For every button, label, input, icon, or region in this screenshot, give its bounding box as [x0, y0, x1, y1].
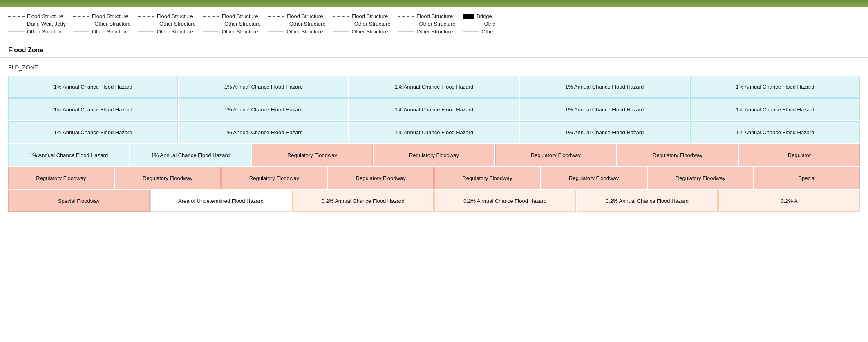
- legend-label: Other Structure: [224, 21, 261, 27]
- solid-gray-line-icon: [271, 24, 287, 24]
- grid-cell[interactable]: Special Floodway: [8, 190, 150, 212]
- grid-cell[interactable]: 0.2% Annual Chance Flood Hazard: [434, 190, 576, 212]
- legend-item-flood-structure-3: Flood Structure: [138, 13, 193, 19]
- grid-cell[interactable]: 1% Annual Chance Flood Hazard: [690, 98, 860, 120]
- grid-cell[interactable]: 1% Annual Chance Flood Hazard: [179, 121, 348, 143]
- grid-cell[interactable]: Regulatory Floodway: [495, 144, 616, 166]
- flood-zone-title: Flood Zone: [8, 47, 43, 53]
- grid-cell[interactable]: Regulatory Floodway: [115, 167, 221, 189]
- grid-cell[interactable]: 1% Annual Chance Flood Hazard: [8, 121, 178, 143]
- legend-label: Other Structure: [94, 21, 131, 27]
- grid-cell[interactable]: 1% Annual Chance Flood Hazard: [179, 98, 348, 120]
- legend-label: Flood Structure: [287, 13, 323, 19]
- legend-item-dam: Dam, Weir, Jetty: [8, 21, 66, 27]
- grid-cell[interactable]: 0.2% Annual Chance Flood Hazard: [577, 190, 718, 212]
- grid-cell[interactable]: Regulatory Floodway: [648, 167, 754, 189]
- legend-label: Other Structure: [157, 29, 193, 35]
- grid-cell[interactable]: Regulatory Floodway: [541, 167, 647, 189]
- grid-cell[interactable]: 1% Annual Chance Flood Hazard: [8, 76, 178, 98]
- legend-label: Bridge: [477, 13, 492, 19]
- legend-item-other-light-1: Other Structure: [8, 29, 63, 35]
- solid-gray-line-icon: [206, 24, 222, 24]
- legend-item-other-light-4: Other Structure: [203, 29, 258, 35]
- grid-cell[interactable]: Regulatory Floodway: [8, 167, 114, 189]
- grid-cell[interactable]: 1% Annual Chance Flood Hazard: [520, 76, 689, 98]
- legend-label: Flood Structure: [92, 13, 128, 19]
- solid-rect-icon: [463, 14, 474, 19]
- solid-gray-line-icon: [76, 24, 92, 24]
- dash-line-icon: [73, 16, 89, 17]
- solid-gray-line-icon: [141, 24, 157, 24]
- legend-label: Flood Structure: [416, 13, 453, 19]
- grid-cell[interactable]: 1% Annual Chance Flood Hazard: [690, 76, 860, 98]
- dash-line-icon: [398, 16, 414, 17]
- legend-item-other-structure-4: Other Structure: [271, 21, 326, 27]
- grid-cell[interactable]: 1% Annual Chance Flood Hazard: [520, 98, 689, 120]
- solid-gray-line-icon: [400, 24, 417, 24]
- top-image-bar: [0, 0, 868, 7]
- flood-zone-header: Flood Zone: [0, 39, 868, 57]
- dash-line-icon: [8, 16, 25, 17]
- grid-cell[interactable]: 1% Annual Chance Flood Hazard: [179, 76, 348, 98]
- legend-item-flood-structure-1: Flood Structure: [8, 13, 63, 19]
- grid-cell[interactable]: 1% Annual Chance Flood Hazard: [8, 144, 129, 166]
- legend-item-other-light-5: Other Structure: [268, 29, 323, 35]
- legend-row-3: Other Structure Other Structure Other St…: [8, 29, 860, 35]
- solid-black-line-icon: [8, 24, 25, 24]
- legend-label: Other Structure: [289, 21, 326, 27]
- grid-cell[interactable]: 1% Annual Chance Flood Hazard: [8, 98, 178, 120]
- grid-cell[interactable]: Special: [754, 167, 860, 189]
- legend-label: Other Structure: [419, 21, 456, 27]
- legend-label: Dam, Weir, Jetty: [27, 21, 66, 27]
- legend-item-other-light-6: Other Structure: [333, 29, 388, 35]
- grid-cell[interactable]: Regulatory Floodway: [617, 144, 738, 166]
- legend-label: Other Structure: [416, 29, 453, 35]
- grid-cell[interactable]: Regulatory Floodway: [328, 167, 434, 189]
- grid-cell[interactable]: 1% Annual Chance Flood Hazard: [690, 121, 860, 143]
- grid-cell[interactable]: Regulatory Floodway: [252, 144, 373, 166]
- legend-item-flood-structure-2: Flood Structure: [73, 13, 128, 19]
- grid-cell[interactable]: Regulatory Floodway: [434, 167, 540, 189]
- grid-row-2: 1% Annual Chance Flood Hazard 1% Annual …: [8, 121, 860, 143]
- grid-cell[interactable]: Regulatory Floodway: [374, 144, 494, 166]
- grid-row-1: 1% Annual Chance Flood Hazard 1% Annual …: [8, 98, 860, 120]
- legend-item-bridge: Bridge: [463, 13, 492, 19]
- fld-zone-label: FLD_ZONE: [8, 64, 860, 71]
- grid-cell[interactable]: Area of Undetermined Flood Hazard: [150, 190, 292, 212]
- grid-cell[interactable]: Regulator: [739, 144, 860, 166]
- dash-line-icon: [138, 16, 154, 17]
- legend-label: Other Structure: [222, 29, 258, 35]
- grid-cell[interactable]: 0.2% A: [718, 190, 860, 212]
- legend-item-flood-structure-6: Flood Structure: [333, 13, 388, 19]
- legend-item-other-structure-3: Other Structure: [206, 21, 261, 27]
- legend-item-other-structure-5: Other Structure: [336, 21, 391, 27]
- grid-cell[interactable]: Regulatory Floodway: [221, 167, 327, 189]
- legend-label: Other Structure: [354, 21, 391, 27]
- grid-cell[interactable]: 1% Annual Chance Flood Hazard: [130, 144, 251, 166]
- solid-gray-line-icon: [336, 24, 352, 24]
- grid-row-0: 1% Annual Chance Flood Hazard 1% Annual …: [8, 76, 860, 98]
- solid-light-line-icon: [333, 31, 349, 32]
- fld-zone-section: FLD_ZONE 1% Annual Chance Flood Hazard 1…: [0, 62, 868, 216]
- solid-light-line-icon: [138, 31, 154, 32]
- legend-item-other-light-7: Other Structure: [398, 29, 453, 35]
- legend-label: Flood Structure: [351, 13, 388, 19]
- grid-cell[interactable]: 0.2% Annual Chance Flood Hazard: [292, 190, 434, 212]
- grid-cell[interactable]: 1% Annual Chance Flood Hazard: [349, 76, 519, 98]
- grid-row-4: Regulatory Floodway Regulatory Floodway …: [8, 167, 860, 189]
- legend-label: Other Structure: [287, 29, 323, 35]
- legend-item-other-structure-6: Other Structure: [400, 21, 456, 27]
- legend-label: Other Structure: [27, 29, 63, 35]
- legend-item-flood-structure-7: Flood Structure: [398, 13, 453, 19]
- solid-light-line-icon: [73, 31, 89, 32]
- legend-item-other-structure-7: Othe: [465, 21, 495, 27]
- grid-cell[interactable]: 1% Annual Chance Flood Hazard: [349, 98, 519, 120]
- grid-cell[interactable]: 1% Annual Chance Flood Hazard: [349, 121, 519, 143]
- grid-row-5: Special Floodway Area of Undetermined Fl…: [8, 190, 860, 212]
- section-divider: [0, 57, 868, 58]
- solid-light-line-icon: [8, 31, 25, 32]
- grid-cell[interactable]: 1% Annual Chance Flood Hazard: [520, 121, 689, 143]
- legend-label: Flood Structure: [222, 13, 258, 19]
- flood-grid: 1% Annual Chance Flood Hazard 1% Annual …: [8, 76, 860, 212]
- dash-line-icon: [268, 16, 284, 17]
